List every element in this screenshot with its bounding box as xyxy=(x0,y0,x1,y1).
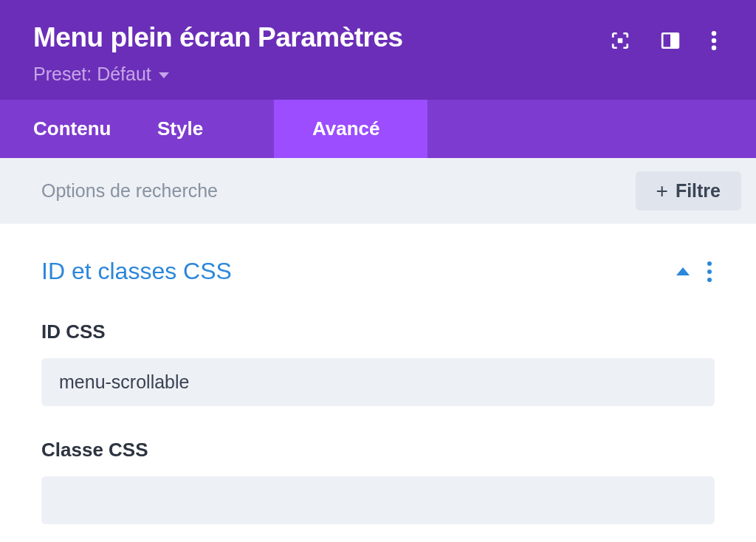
field-css-id: ID CSS xyxy=(41,320,715,406)
svg-point-4 xyxy=(712,38,717,44)
svg-point-5 xyxy=(712,46,717,51)
preset-label: Preset: Défaut xyxy=(33,64,151,85)
filter-label: Filtre xyxy=(676,180,721,202)
panel-layout-icon[interactable] xyxy=(661,31,680,50)
tabs-bar: Contenu Style Avancé xyxy=(0,100,756,158)
field-css-class: Classe CSS xyxy=(41,439,715,524)
css-class-input[interactable] xyxy=(41,476,715,524)
settings-header: Menu plein écran Paramètres Preset: Défa… xyxy=(0,0,756,100)
svg-point-3 xyxy=(712,31,717,36)
filter-button[interactable]: + Filtre xyxy=(636,171,741,210)
title-block: Menu plein écran Paramètres Preset: Défa… xyxy=(33,22,611,85)
svg-rect-0 xyxy=(618,38,623,44)
tab-style[interactable]: Style xyxy=(157,100,274,158)
caret-down-icon xyxy=(159,72,169,78)
svg-rect-2 xyxy=(670,33,678,48)
section-header: ID et classes CSS xyxy=(41,258,715,285)
preset-selector[interactable]: Preset: Défaut xyxy=(33,64,611,85)
panel-title: Menu plein écran Paramètres xyxy=(33,22,611,53)
plus-icon: + xyxy=(656,181,668,202)
section-actions xyxy=(676,261,715,282)
search-bar: + Filtre xyxy=(0,158,756,224)
more-options-icon[interactable] xyxy=(711,31,717,50)
section-more-icon[interactable] xyxy=(707,261,712,282)
header-icons xyxy=(611,22,723,50)
search-input[interactable] xyxy=(41,180,636,202)
css-id-input[interactable] xyxy=(41,358,715,406)
content-area: ID et classes CSS ID CSS Classe CSS xyxy=(0,224,756,524)
section-title[interactable]: ID et classes CSS xyxy=(41,258,232,285)
css-id-label: ID CSS xyxy=(41,320,715,343)
header-top-row: Menu plein écran Paramètres Preset: Défa… xyxy=(33,22,723,85)
fullscreen-icon[interactable] xyxy=(611,31,630,50)
chevron-up-icon[interactable] xyxy=(676,267,690,275)
tab-content[interactable]: Contenu xyxy=(33,100,129,158)
tab-advanced[interactable]: Avancé xyxy=(274,100,427,158)
css-class-label: Classe CSS xyxy=(41,439,715,462)
